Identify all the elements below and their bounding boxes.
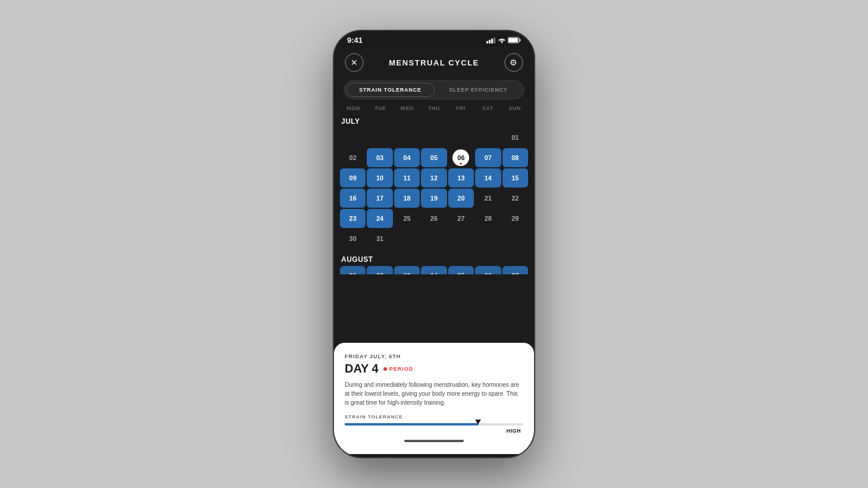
calendar-day[interactable]: 31 [367,229,392,248]
calendar-day[interactable]: 14 [475,168,501,187]
calendar-day[interactable]: 20 [448,189,474,208]
phone-shell: 9:41 ✕ MENSTRUAL CYCLE [333,30,535,458]
calendar-day[interactable]: 03 [394,266,420,274]
calendar-day[interactable] [421,128,447,147]
detail-day-row: DAY 4 PERIOD [345,362,523,376]
calendar-day[interactable]: 15 [502,168,528,187]
svg-rect-5 [508,38,518,42]
weekday-thu: THU [420,105,447,111]
calendar-day[interactable] [475,229,501,248]
settings-button[interactable]: ⚙ [504,53,523,72]
july-calendar: 0102030405060708091011121314151617181920… [334,128,534,248]
detail-body-text: During and immediately following menstru… [345,380,523,407]
calendar-day[interactable]: 28 [475,209,501,228]
weekday-fri: FRI [448,105,474,111]
calendar-day[interactable]: 13 [448,168,474,187]
calendar-day[interactable]: 25 [394,209,420,228]
tab-sleep-efficiency[interactable]: SLEEP EFFICIENCY [435,83,522,97]
calendar-day[interactable] [502,229,528,248]
calendar-day[interactable]: 27 [448,209,474,228]
calendar-day[interactable] [448,128,474,147]
calendar-day[interactable]: 05 [421,148,447,167]
weekday-sun: SUN [501,105,528,111]
calendar-day[interactable]: 10 [367,168,392,187]
calendar-day[interactable]: 24 [367,209,392,228]
calendar-day[interactable]: 11 [394,168,420,187]
calendar-day[interactable]: 19 [421,189,447,208]
strain-bar-fill [345,423,479,426]
calendar-day[interactable] [340,128,366,147]
calendar-day[interactable]: 12 [421,168,447,187]
phone-notch [398,31,470,48]
period-dot-icon [383,367,387,371]
home-indicator [404,440,464,442]
weekdays-header: MON TUE WED THU FRI SAT SUN [334,105,534,111]
tab-strain-tolerance[interactable]: STRAIN TOLERANCE [346,83,435,97]
weekday-sat: SAT [474,105,501,111]
calendar-day[interactable]: 05 [448,266,474,274]
calendar-day[interactable]: 02 [340,148,366,167]
calendar-day[interactable]: 30 [340,229,366,248]
detail-day: DAY 4 [345,362,379,376]
detail-card: FRIDAY JULY, 6TH DAY 4 PERIOD During and… [334,343,534,454]
august-calendar: 01020304050607 [334,266,534,274]
screen-content: ✕ MENSTRUAL CYCLE ⚙ STRAIN TOLERANCE SLE… [334,47,534,454]
calendar-day[interactable] [448,229,474,248]
weekday-tue: TUE [367,105,394,111]
calendar-day[interactable] [421,229,447,248]
close-button[interactable]: ✕ [345,53,364,72]
header: ✕ MENSTRUAL CYCLE ⚙ [334,47,534,78]
period-badge: PERIOD [383,366,414,372]
august-label: AUGUST [334,252,534,266]
header-title: MENSTRUAL CYCLE [389,58,479,67]
period-label: PERIOD [389,366,414,372]
strain-value: HIGH [345,428,521,434]
calendar-day[interactable]: 01 [502,128,528,147]
calendar-day[interactable]: 16 [340,189,366,208]
calendar-day[interactable]: 02 [367,266,392,274]
wifi-icon [498,37,505,43]
calendar-day[interactable]: 08 [502,148,528,167]
svg-rect-1 [489,40,491,43]
calendar-day[interactable] [394,128,420,147]
calendar-day[interactable]: 09 [340,168,366,187]
calendar-day[interactable]: 22 [502,189,528,208]
calendar-day[interactable]: 23 [340,209,366,228]
calendar-day[interactable] [475,128,501,147]
calendar-day[interactable]: 07 [475,148,501,167]
svg-rect-2 [491,39,493,43]
strain-marker-icon [475,420,481,424]
signal-icon [486,37,496,43]
calendar-day[interactable]: 26 [421,209,447,228]
detail-date: FRIDAY JULY, 6TH [345,354,523,359]
calendar-day[interactable]: 17 [367,189,392,208]
status-time: 9:41 [347,36,363,45]
svg-rect-6 [520,39,521,42]
svg-rect-0 [486,41,488,43]
calendar-day[interactable]: 01 [340,266,366,274]
calendar-day[interactable]: 06 [475,266,501,274]
calendar-day[interactable]: 29 [502,209,528,228]
calendar-day[interactable]: 03 [367,148,392,167]
strain-bar-container [345,423,523,426]
calendar-day[interactable]: 04 [421,266,447,274]
battery-icon [508,37,521,43]
status-icons [486,37,521,43]
calendar-day[interactable]: 06 [448,148,474,167]
calendar-day[interactable]: 18 [394,189,420,208]
svg-rect-3 [494,37,495,43]
july-label: JULY [334,114,534,128]
tab-bar: STRAIN TOLERANCE SLEEP EFFICIENCY [344,80,524,99]
calendar-day[interactable]: 21 [475,189,501,208]
calendar-day[interactable]: 07 [502,266,528,274]
strain-tolerance-label: STRAIN TOLERANCE [345,414,523,420]
calendar-day[interactable] [367,128,392,147]
weekday-wed: WED [394,105,420,111]
weekday-mon: MON [340,105,367,111]
calendar-day[interactable] [394,229,420,248]
calendar-day[interactable]: 04 [394,148,420,167]
